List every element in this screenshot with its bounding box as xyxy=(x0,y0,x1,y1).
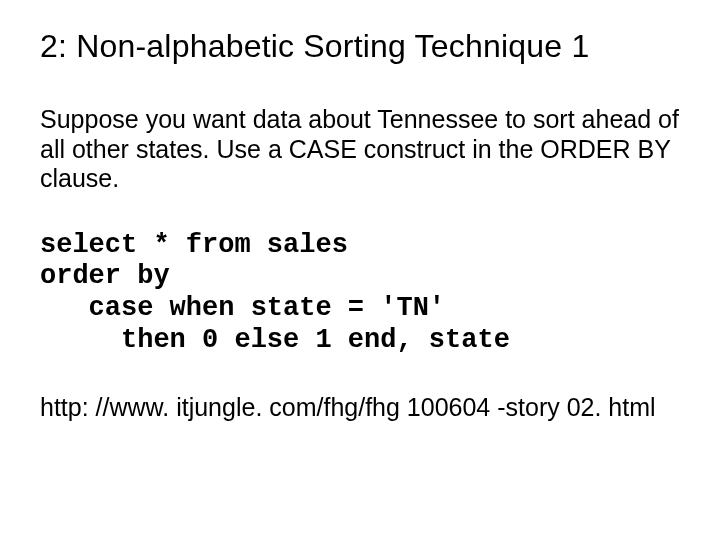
slide-container: 2: Non-alphabetic Sorting Technique 1 Su… xyxy=(0,0,720,540)
source-url: http: //www. itjungle. com/fhg/fhg 10060… xyxy=(40,393,680,422)
sql-code-block: select * from sales order by case when s… xyxy=(40,230,680,357)
slide-title: 2: Non-alphabetic Sorting Technique 1 xyxy=(40,28,680,65)
slide-body-text: Suppose you want data about Tennessee to… xyxy=(40,105,680,194)
